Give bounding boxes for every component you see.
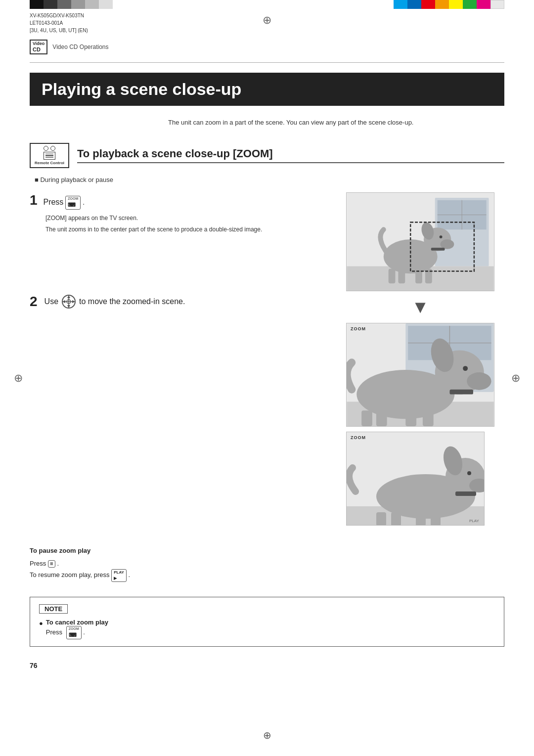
svg-rect-18: [389, 268, 396, 283]
note-title: NOTE: [39, 604, 68, 614]
dog-panned: ZOOM PLAY: [346, 432, 485, 526]
steps-left: 1 Press ZOOM ⌨ . [ZOOM] appears on the T…: [30, 192, 336, 427]
vcd-badge: Video CD: [30, 40, 47, 54]
reg-mark-left: ⊕: [14, 372, 23, 385]
zoom-button-note: ZOOM ⌨: [66, 626, 82, 639]
svg-rect-23: [431, 248, 445, 251]
step-1-period: .: [83, 198, 85, 206]
dog-after-zoom: ZOOM: [346, 323, 494, 427]
section-header: Remote Control To playback a scene close…: [30, 143, 504, 168]
note-item: ● To cancel zoom play Press ZOOM ⌨ .: [39, 619, 495, 639]
pause-zoom-line1: Press II .: [30, 558, 504, 569]
doc-metadata: XV-K505GD/XV-K503TN LET0143-001A [3U, 4U…: [30, 12, 88, 34]
section-title: To playback a scene close-up [ZOOM]: [77, 147, 504, 163]
badge-row: Video CD Video CD Operations: [30, 40, 504, 54]
svg-point-33: [467, 372, 491, 390]
svg-rect-36: [376, 410, 387, 426]
step-1: 1 Press ZOOM ⌨ . [ZOOM] appears on the T…: [30, 192, 326, 234]
zoom-indicator-label-2: ZOOM: [351, 435, 366, 440]
note-box: NOTE ● To cancel zoom play Press ZOOM ⌨ …: [30, 597, 504, 647]
dog-before-zoom: [346, 192, 494, 291]
pause-zoom-section: To pause zoom play Press II . To resume …: [30, 545, 504, 582]
svg-text:PLAY: PLAY: [469, 519, 480, 523]
step-1-sub1: [ZOOM] appears on the TV screen. The uni…: [30, 214, 326, 234]
pause-button: II: [48, 560, 55, 568]
svg-rect-35: [361, 410, 372, 426]
svg-rect-52: [455, 491, 476, 496]
svg-rect-37: [405, 410, 416, 426]
pause-zoom-line2: To resume zoom play, press PLAY▶ .: [30, 569, 504, 582]
arrow-down: ▼: [411, 298, 429, 316]
reg-mark-bottom: ⊕: [263, 729, 271, 741]
step-2: 2 Use to move the zoomed-in scene.: [30, 294, 326, 310]
svg-rect-47: [376, 512, 386, 526]
remote-control-icon: Remote Control: [30, 143, 69, 168]
page-title-box: Playing a scene close-up: [30, 73, 504, 106]
section-divider: [30, 62, 504, 63]
svg-rect-38: [423, 410, 434, 426]
badge-label: Video CD Operations: [52, 44, 108, 50]
playback-note: During playback or pause: [30, 176, 504, 183]
step-1-number: 1: [30, 192, 38, 208]
nav-circle-icon: [61, 294, 76, 309]
svg-rect-19: [398, 268, 405, 283]
intro-text: The unit can zoom in a part of the scene…: [168, 118, 504, 128]
svg-point-39: [463, 366, 468, 371]
step-2-number: 2: [30, 294, 38, 310]
zoom-indicator-label: ZOOM: [351, 326, 366, 331]
step-2-text: Use: [44, 297, 58, 306]
page-number: 76: [30, 662, 504, 669]
pause-zoom-title: To pause zoom play: [30, 545, 504, 556]
svg-point-51: [467, 471, 471, 475]
note-bullet: ●: [39, 620, 43, 627]
reg-mark-top: ⊕: [263, 14, 271, 27]
reg-mark-right: ⊕: [511, 372, 520, 385]
svg-rect-40: [449, 389, 473, 394]
svg-rect-50: [431, 512, 441, 526]
svg-rect-48: [391, 512, 401, 526]
step-2-image-area: ZOOM PLAY: [346, 432, 504, 526]
page-title: Playing a scene close-up: [42, 80, 492, 99]
svg-rect-49: [416, 512, 426, 526]
steps-area: 1 Press ZOOM ⌨ . [ZOOM] appears on the T…: [30, 192, 504, 427]
note-item-text: To cancel zoom play: [46, 619, 108, 626]
step-2-nav-desc: to move the zoomed-in scene.: [79, 297, 185, 306]
svg-point-22: [440, 235, 443, 238]
zoom-button-label: ZOOM ⌨: [65, 196, 81, 209]
play-button: PLAY▶: [111, 569, 127, 582]
steps-right-images: ▼ ZOOM: [336, 192, 504, 427]
step-1-text: Press: [43, 198, 63, 206]
